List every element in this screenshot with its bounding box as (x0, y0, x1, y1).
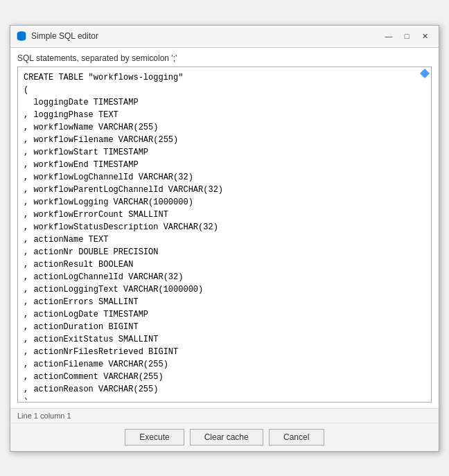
title-bar-left: Simple SQL editor (16, 30, 98, 42)
database-icon (16, 30, 27, 42)
editor-container (17, 67, 432, 403)
title-bar-controls: — □ ✕ (380, 29, 433, 43)
status-bar: Line 1 column 1 (10, 408, 439, 423)
sql-editor[interactable] (18, 67, 431, 400)
window-title: Simple SQL editor (31, 31, 98, 41)
cancel-button[interactable]: Cancel (269, 429, 324, 446)
title-bar: Simple SQL editor — □ ✕ (10, 26, 439, 48)
footer: Execute Clear cache Cancel (10, 423, 439, 451)
minimize-button[interactable]: — (380, 29, 397, 43)
maximize-button[interactable]: □ (398, 29, 415, 43)
execute-button[interactable]: Execute (125, 429, 184, 446)
content-area: SQL statements, separated by semicolon '… (10, 48, 439, 408)
sql-label: SQL statements, separated by semicolon '… (17, 53, 432, 63)
close-button[interactable]: ✕ (416, 29, 433, 43)
clear-cache-button[interactable]: Clear cache (190, 429, 263, 446)
main-window: Simple SQL editor — □ ✕ SQL statements, … (10, 25, 439, 452)
status-text: Line 1 column 1 (17, 412, 71, 420)
